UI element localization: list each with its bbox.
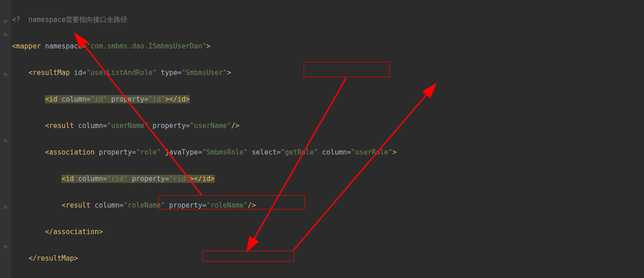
- fold-icon[interactable]: ⊟: [3, 28, 8, 32]
- fold-icon[interactable]: ⊟: [3, 15, 8, 19]
- code-line: <id column="rid" property="rid"></id>: [12, 172, 500, 186]
- code-editor[interactable]: <? namespace需要指向接口全路径 <mapper namespace=…: [12, 0, 500, 278]
- code-line: <? namespace需要指向接口全路径: [12, 13, 500, 27]
- code-line: </association>: [12, 225, 500, 239]
- code-line: <association property="role" javaType="S…: [12, 146, 500, 159]
- fold-icon[interactable]: ⊟: [3, 200, 8, 205]
- code-line: <result column="roleName" property="role…: [12, 199, 500, 212]
- gutter: ⊟ ⊟ ⊟ ⊟ ⊟ ⊟: [0, 0, 12, 278]
- fold-icon[interactable]: ⊟: [3, 134, 8, 139]
- fold-icon[interactable]: ⊟: [3, 240, 8, 245]
- code-line: <resultMap id="userListAndRole" type="Sm…: [12, 66, 500, 80]
- code-line: <result column="userName" property="user…: [12, 119, 500, 133]
- fold-icon[interactable]: ⊟: [3, 68, 8, 72]
- code-line: </resultMap>: [12, 252, 500, 265]
- code-line: <mapper namespace="com.smbms.dao.ISmbmsU…: [12, 40, 500, 53]
- code-line: <id column="id" property="id"></id>: [12, 93, 500, 106]
